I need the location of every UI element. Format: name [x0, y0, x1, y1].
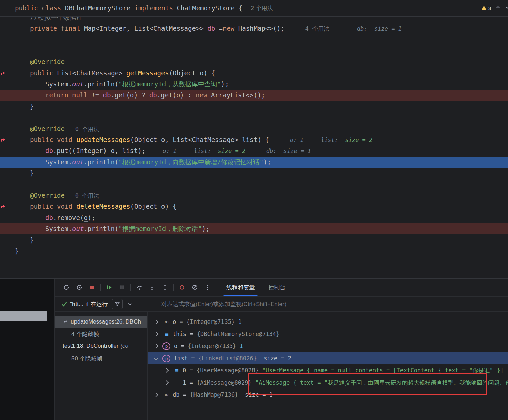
frame-row[interactable]: 50 个隐藏帧 [55, 352, 147, 364]
frames-list: updateMessages:26, DBCh4 个隐藏帧test1:18, D… [55, 312, 148, 420]
method-marker-icon[interactable] [1, 70, 6, 77]
chevron-right-icon[interactable] [164, 368, 169, 373]
panel-fragment [0, 311, 47, 321]
frame-row[interactable]: updateMessages:26, DBCh [55, 316, 147, 328]
session-label: "htt... 正在运行 [70, 300, 108, 308]
chevron-right-icon[interactable] [154, 332, 158, 336]
chevron-down-icon[interactable] [127, 302, 132, 307]
toolbar-separator [173, 284, 174, 291]
variable-row[interactable]: ≡1 = {AiMessage@8029} "AiMessage { text … [148, 376, 508, 389]
toolbar-separator [100, 284, 101, 291]
field-icon: ∞ [162, 391, 171, 398]
debug-content: updateMessages:26, DBCh4 个隐藏帧test1:18, D… [55, 312, 508, 420]
tab-console[interactable]: 控制台 [262, 279, 292, 296]
code-line [0, 112, 508, 123]
code-line: @Override 0 个用法 [0, 190, 508, 201]
warning-icon[interactable]: 3 [481, 5, 491, 11]
debug-tabs: 线程和变量控制台 [219, 279, 292, 296]
code-line [0, 34, 508, 45]
variable-row[interactable]: ∞db = {HashMap@7136} size = 1 [148, 389, 508, 401]
rerun-debug-button[interactable] [73, 282, 86, 293]
code-line: db.put((Integer) o, list); o: 1 list: si… [0, 145, 508, 157]
debug-panel: 线程和变量控制台 "htt... 正在运行 对表达式求值(Ente [0, 278, 508, 420]
usages-hint[interactable]: 2 个用法 [251, 4, 273, 12]
tab-threads-variables[interactable]: 线程和变量 [219, 279, 262, 296]
stop-button[interactable] [86, 282, 98, 293]
code-line: } [0, 234, 508, 246]
code-line: System.out.println("根据memoryId，向数据库中新增/修… [0, 157, 508, 168]
debug-toolbar: 线程和变量控制台 [55, 279, 508, 296]
editor-breadcrumb-bar: public class DBChatMemoryStore implement… [0, 0, 508, 17]
code-line: //模拟一个数据库 [0, 16, 508, 23]
view-breakpoints-button[interactable] [176, 282, 188, 293]
code-line: @Override [0, 56, 508, 67]
chevron-down-partial-icon[interactable] [505, 5, 508, 11]
code-line: private final Map<Integer, List<ChatMess… [0, 23, 508, 34]
toolbar-separator [130, 284, 131, 291]
chevron-right-icon[interactable] [154, 392, 158, 397]
watch-placeholder: 对表达式求值(Enter)或添加监视(Ctrl+Shift+Enter) [161, 300, 286, 308]
editor-header-actions: 3 [481, 5, 508, 11]
check-icon [61, 302, 67, 307]
frame-row[interactable]: test1:18, DbController (co [55, 340, 147, 352]
warning-count: 3 [488, 5, 491, 11]
mute-breakpoints-button[interactable] [188, 282, 201, 293]
variable-row[interactable]: plist = {LinkedList@8026} size = 2 [148, 352, 508, 364]
variable-row[interactable]: ∞o = {Integer@7135} 1 [148, 316, 508, 328]
code-line: return null != db.get(o) ? db.get(o) : n… [0, 90, 508, 101]
debug-session-selector[interactable]: "htt... 正在运行 [55, 297, 154, 311]
chevron-right-icon[interactable] [154, 319, 158, 324]
code-line: @Override 0 个用法 [0, 123, 508, 134]
variables-tree: ∞o = {Integer@7135} 1≡this = {DBChatMemo… [148, 312, 508, 420]
step-over-button[interactable] [133, 282, 146, 293]
code-line [0, 179, 508, 190]
code-line [0, 45, 508, 56]
object-icon: ≡ [173, 379, 181, 386]
variable-row[interactable]: po = {Integer@7135} 1 [148, 340, 508, 352]
code-line: } [0, 168, 508, 179]
method-marker-icon[interactable] [1, 137, 6, 143]
code-line: public List<ChatMessage> getMessages(Obj… [0, 67, 508, 79]
more-options-button[interactable] [201, 282, 214, 293]
frame-row[interactable]: 4 个隐藏帧 [55, 328, 147, 340]
debug-main: 线程和变量控制台 "htt... 正在运行 对表达式求值(Ente [54, 279, 508, 420]
chevron-right-icon[interactable] [154, 344, 158, 348]
chevron-down-icon[interactable] [154, 356, 158, 361]
code-line: } [0, 101, 508, 112]
filter-button[interactable] [112, 299, 123, 309]
param-icon: p [162, 355, 170, 362]
code-line: db.remove(o); [0, 212, 508, 223]
field-icon: ∞ [162, 318, 171, 325]
object-icon: ≡ [173, 367, 181, 374]
left-strip [0, 279, 54, 420]
variable-row[interactable]: ≡this = {DBChatMemoryStore@7134} [148, 328, 508, 340]
param-icon: p [162, 342, 170, 350]
code-line: public void deleteMessages(Object o) { [0, 201, 508, 212]
chevron-up-icon[interactable] [495, 5, 501, 11]
return-arrow-icon [63, 319, 68, 325]
step-out-button[interactable] [158, 282, 171, 293]
ide-window: public class DBChatMemoryStore implement… [0, 0, 508, 420]
pause-button[interactable] [116, 282, 128, 293]
chevron-right-icon[interactable] [164, 380, 169, 385]
variable-row[interactable]: ≡0 = {UserMessage@8028} "UserMessage { n… [148, 364, 508, 376]
watch-expression-input[interactable]: 对表达式求值(Enter)或添加监视(Ctrl+Shift+Enter) [154, 297, 508, 311]
object-icon: ≡ [162, 330, 171, 338]
resume-button[interactable] [103, 282, 116, 293]
code-line: public void updateMessages(Object o, Lis… [0, 134, 508, 145]
code-editor[interactable]: //模拟一个数据库private final Map<Integer, List… [0, 16, 508, 278]
method-marker-icon[interactable] [1, 204, 6, 210]
rerun-button[interactable] [60, 282, 73, 293]
class-signature: public class DBChatMemoryStore implement… [15, 4, 246, 12]
code-line: System.out.println("根据memoryId，从数据库中查询")… [0, 79, 508, 90]
debug-secondary-bar: "htt... 正在运行 对表达式求值(Enter)或添加监视(Ctrl+Shi… [55, 296, 508, 312]
step-into-button[interactable] [146, 282, 158, 293]
code-line: } [0, 246, 508, 257]
code-line: System.out.println("根据memoryId，删除对话"); [0, 223, 508, 234]
